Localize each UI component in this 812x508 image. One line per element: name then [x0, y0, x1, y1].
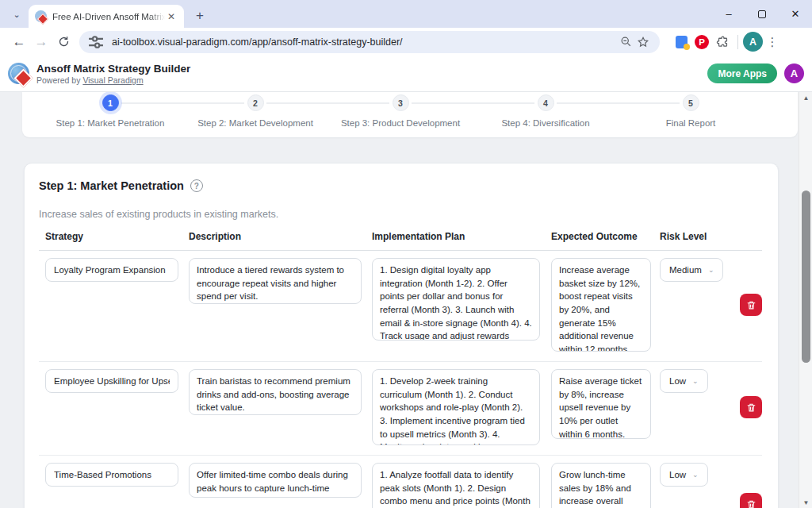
url-text[interactable]: ai-toolbox.visual-paradigm.com/app/ansof…	[112, 37, 617, 48]
chevron-down-icon: ⌄	[692, 377, 699, 385]
zoom-out-icon[interactable]	[617, 33, 634, 51]
scroll-down-arrow-icon[interactable]: ▼	[799, 497, 812, 508]
app-title: Ansoff Matrix Strategy Builder	[36, 63, 190, 75]
tab-title: Free AI-Driven Ansoff Matrix St	[52, 12, 165, 21]
browser-profile-avatar[interactable]: A	[743, 32, 763, 52]
risk-level-value: Low	[669, 376, 686, 386]
bookmark-star-icon[interactable]	[634, 33, 652, 51]
table-row: Train baristas to recommend premium drin…	[39, 362, 762, 456]
window-close-button[interactable]: ✕	[779, 0, 812, 28]
strategy-input[interactable]	[45, 463, 178, 487]
column-header-strategy: Strategy	[39, 231, 182, 242]
implementation-textarea[interactable]: 1. Develop 2-week training curriculum (M…	[372, 369, 540, 445]
scroll-up-arrow-icon[interactable]: ▲	[799, 92, 812, 103]
step-label: Step 4: Diversification	[466, 118, 625, 128]
powered-by-text: Powered by Visual Paradigm	[36, 75, 190, 85]
browser-menu-kebab-icon[interactable]: ⋮	[763, 35, 782, 49]
scrollbar-thumb[interactable]	[802, 190, 810, 363]
trash-icon	[746, 402, 756, 413]
step-circle[interactable]: 4	[538, 94, 554, 111]
strategy-input[interactable]	[45, 369, 178, 393]
outcome-textarea[interactable]: Grow lunch-time sales by 18% and increas…	[551, 463, 651, 508]
visual-paradigm-favicon-icon	[35, 10, 47, 22]
strategy-input[interactable]	[45, 258, 178, 282]
window-maximize-button[interactable]	[745, 0, 779, 28]
table-row: Introduce a tiered rewards system to enc…	[39, 251, 762, 362]
risk-level-select[interactable]: Low⌄	[660, 369, 708, 393]
description-textarea[interactable]: Offer limited-time combo deals during pe…	[189, 463, 362, 498]
stepper-step-1[interactable]: 1 Step 1: Market Penetration	[31, 94, 190, 128]
window-minimize-button[interactable]: –	[712, 0, 745, 28]
pinterest-extension-icon[interactable]: P	[691, 32, 712, 52]
back-button[interactable]: ←	[8, 31, 30, 53]
app-header: Ansoff Matrix Strategy Builder Powered b…	[0, 56, 812, 92]
step1-card: Step 1: Market Penetration ? Increase sa…	[24, 163, 779, 508]
stepper-step-4[interactable]: 4 Step 4: Diversification	[466, 94, 625, 128]
browser-titlebar: ⌄ Free AI-Driven Ansoff Matrix St ✕ + – …	[0, 0, 812, 28]
implementation-textarea[interactable]: 1. Analyze footfall data to identify pea…	[372, 463, 540, 508]
new-tab-button[interactable]: +	[190, 6, 209, 25]
step-circle[interactable]: 1	[102, 94, 119, 111]
tab-close-icon[interactable]: ✕	[165, 10, 178, 23]
refresh-button[interactable]	[52, 31, 75, 53]
docs-extension-icon[interactable]	[671, 32, 691, 52]
step-circle[interactable]: 5	[683, 94, 699, 111]
browser-tab[interactable]: Free AI-Driven Ansoff Matrix St ✕	[29, 5, 184, 28]
column-header-outcome: Expected Outcome	[545, 231, 653, 242]
outcome-textarea[interactable]: Increase average basket size by 12%, boo…	[551, 258, 651, 352]
help-icon[interactable]: ?	[190, 179, 203, 192]
risk-level-select[interactable]: Medium⌄	[660, 258, 723, 282]
page-scrollbar[interactable]: ▲ ▼	[799, 92, 812, 508]
implementation-textarea[interactable]: 1. Design digital loyalty app integratio…	[372, 258, 540, 341]
risk-level-select[interactable]: Low⌄	[660, 463, 708, 487]
stepper-step-2[interactable]: 2 Step 2: Market Development	[176, 94, 335, 128]
visual-paradigm-logo-icon	[8, 63, 29, 84]
window-controls: – ✕	[712, 0, 812, 28]
chevron-down-icon: ⌄	[692, 471, 699, 479]
address-bar[interactable]: ai-toolbox.visual-paradigm.com/app/ansof…	[79, 31, 660, 53]
refresh-icon	[58, 36, 70, 48]
step-label: Step 2: Market Development	[176, 118, 335, 128]
section-subtitle: Increase sales of existing products in e…	[39, 209, 764, 220]
risk-level-value: Medium	[669, 265, 702, 275]
app-user-avatar[interactable]: A	[784, 64, 804, 83]
risk-level-value: Low	[669, 470, 686, 479]
stepper-step-3[interactable]: 3 Step 3: Product Development	[321, 94, 480, 128]
step-label: Step 3: Product Development	[321, 118, 480, 128]
browser-toolbar: ← → ai-toolbox.visual-paradigm.com/app/a…	[0, 28, 812, 56]
toolbar-divider	[737, 35, 738, 49]
step-label: Final Report	[611, 118, 770, 128]
maximize-icon	[758, 10, 766, 18]
description-textarea[interactable]: Train baristas to recommend premium drin…	[189, 369, 362, 415]
stepper-step-5[interactable]: 5 Final Report	[611, 94, 770, 128]
chevron-down-icon: ⌄	[13, 10, 20, 20]
table-header-row: Strategy Description Implementation Plan…	[39, 231, 762, 251]
chevron-down-icon: ⌄	[708, 266, 714, 274]
column-header-description: Description	[182, 231, 366, 242]
section-heading: Step 1: Market Penetration	[39, 179, 184, 192]
stepper: 1 Step 1: Market Penetration 2 Step 2: M…	[22, 92, 798, 137]
column-header-implementation: Implementation Plan	[366, 231, 545, 242]
visual-paradigm-link[interactable]: Visual Paradigm	[82, 75, 143, 85]
delete-row-button[interactable]	[740, 294, 762, 316]
step-circle[interactable]: 2	[247, 94, 264, 111]
column-header-risk: Risk Level	[653, 231, 731, 242]
page-content: 1 Step 1: Market Penetration 2 Step 2: M…	[0, 92, 812, 508]
strategy-table: Strategy Description Implementation Plan…	[39, 231, 762, 508]
description-textarea[interactable]: Introduce a tiered rewards system to enc…	[189, 258, 362, 304]
more-apps-button[interactable]: More Apps	[707, 64, 777, 83]
forward-button[interactable]: →	[30, 31, 52, 53]
step-circle[interactable]: 3	[393, 94, 409, 111]
outcome-textarea[interactable]: Raise average ticket by 8%, increase ups…	[551, 369, 651, 439]
trash-icon	[746, 499, 756, 508]
extensions-puzzle-icon[interactable]	[712, 32, 733, 52]
trash-icon	[746, 300, 756, 310]
delete-row-button[interactable]	[740, 396, 762, 418]
delete-row-button[interactable]	[740, 493, 762, 508]
tab-list-chevron-button[interactable]: ⌄	[6, 6, 27, 23]
tune-icon[interactable]	[87, 33, 105, 51]
table-row: Offer limited-time combo deals during pe…	[39, 456, 762, 508]
step-label: Step 1: Market Penetration	[31, 118, 190, 128]
